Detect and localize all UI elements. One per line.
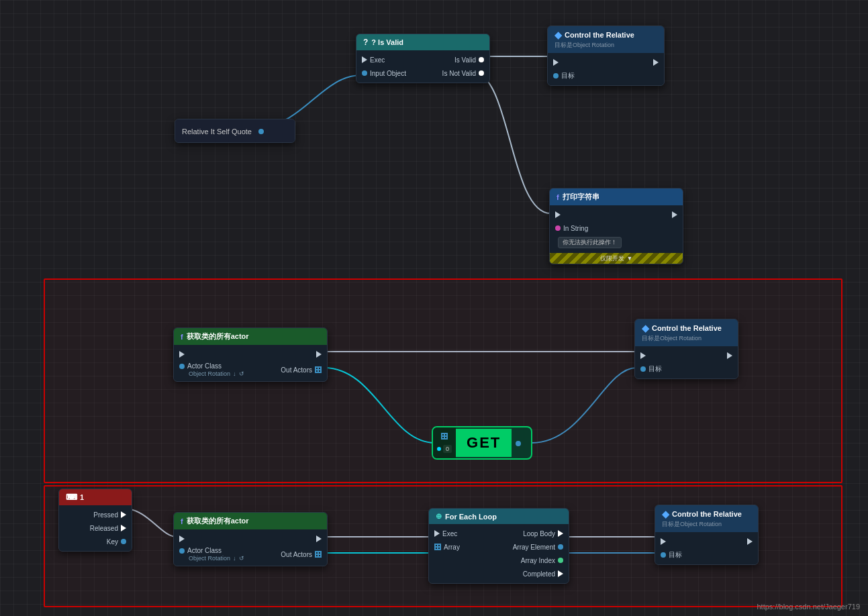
print-string-node: f 打印字符串 In String 你无法执行此操作！ 仅限开发 ▼	[549, 188, 683, 264]
cr3-target-pin[interactable]: 目标	[661, 550, 682, 560]
key-dot	[121, 539, 126, 544]
input-label: Input Object	[370, 70, 406, 77]
cr1-target-row: 目标	[548, 69, 664, 83]
fe-loop-body-pin[interactable]: Loop Body	[523, 530, 563, 537]
released-pin[interactable]: Released	[90, 525, 126, 532]
is-valid-header: ? ? Is Valid	[356, 34, 489, 50]
fe-loop-body-arrow	[558, 530, 563, 537]
gaa1-class-value: Object Rotation	[189, 370, 230, 377]
exec-label: Exec	[370, 56, 385, 64]
fe-exec-in-label: Exec	[442, 530, 457, 537]
fe-array-pin[interactable]: Array	[434, 544, 460, 551]
fe-exec-in-pin[interactable]: Exec	[434, 530, 457, 537]
cr3-target-label: 目标	[669, 550, 682, 560]
gaa2-class-pin[interactable]: Actor Class	[179, 547, 244, 554]
cr2-target-pin[interactable]: 目标	[640, 364, 662, 374]
fe-exec-in-arrow	[434, 530, 440, 537]
get-array-in-pin[interactable]	[441, 433, 448, 440]
cr2-target-row: 目标	[635, 362, 738, 376]
fe-array-row: Array Array Element	[429, 540, 569, 554]
is-valid-out-dot	[479, 57, 484, 62]
gaa2-title: 获取类的所有actor	[187, 516, 249, 526]
get-node: 0 GET	[432, 426, 532, 460]
cr1-exec-out-arrow	[653, 59, 659, 66]
input-title: 1	[80, 493, 84, 501]
fe-completed-pin[interactable]: Completed	[523, 570, 563, 578]
ps-warning-chevron: ▼	[627, 255, 633, 262]
gaa2-class-dot	[179, 548, 185, 554]
ps-instring-pin[interactable]: In String	[555, 225, 588, 232]
fe-array-element-pin[interactable]: Array Element	[513, 544, 563, 551]
input-object-pin[interactable]: Input Object	[362, 70, 406, 77]
gaa1-outactors-grid	[315, 366, 322, 373]
gaa1-class-pin[interactable]: Actor Class	[179, 362, 244, 370]
key-pin[interactable]: Key	[107, 538, 126, 546]
is-not-valid-label: Is Not Valid	[442, 70, 476, 77]
gaa1-outactors-pin[interactable]: Out Actors	[281, 366, 322, 374]
control-relative-1-header: ◆ Control the Relative 目标是Object Rotatio…	[548, 26, 664, 53]
cr3-exec-row	[655, 535, 758, 548]
cr3-exec-out	[747, 538, 753, 545]
for-each-loop-node: ⊕ For Each Loop Exec Loop Body Array Arr…	[428, 508, 569, 584]
gaa1-exec-row	[174, 348, 327, 361]
is-valid-body: Exec Is Valid Input Object Is Not Valid	[356, 50, 489, 83]
gaa2-outactors-grid	[315, 551, 322, 558]
gaa2-refresh-icon[interactable]: ↺	[239, 555, 244, 562]
gaa2-class-row: Actor Class Object Rotation ↓ ↺ Out Acto…	[174, 546, 327, 563]
cr2-exec-row	[635, 349, 738, 362]
relative-self-body: Relative It Self Quote	[175, 119, 295, 142]
gaa2-exec-out	[316, 535, 322, 542]
gaa1-outactors-label: Out Actors	[281, 366, 312, 374]
gaa1-refresh-icon[interactable]: ↺	[239, 370, 244, 377]
gaa2-outactors-pin[interactable]: Out Actors	[281, 551, 322, 558]
for-each-header: ⊕ For Each Loop	[429, 509, 569, 524]
released-label: Released	[90, 525, 118, 532]
get-right-pin	[512, 431, 525, 454]
watermark: https://blog.csdn.net/Jaeger719	[757, 603, 861, 611]
fe-loop-body-label: Loop Body	[523, 530, 555, 537]
control-relative-1-title: Control the Relative	[565, 31, 634, 39]
cr1-exec-row	[548, 56, 664, 69]
cr2-exec-in	[640, 352, 646, 359]
gaa2-body: Actor Class Object Rotation ↓ ↺ Out Acto…	[174, 529, 327, 566]
is-valid-out-pin[interactable]: Is Valid	[454, 56, 484, 64]
func-icon-gaa2: f	[181, 517, 183, 525]
relative-self-dot	[258, 129, 264, 134]
ps-warning-strip: 仅限开发 ▼	[550, 253, 683, 264]
gaa2-outactors-label: Out Actors	[281, 551, 312, 558]
pressed-label: Pressed	[93, 511, 118, 519]
is-valid-node: ? ? Is Valid Exec Is Valid Input Object …	[356, 34, 490, 83]
is-not-valid-pin[interactable]: Is Not Valid	[442, 70, 484, 77]
cr1-target-dot	[553, 73, 559, 79]
input-dot	[362, 70, 367, 76]
pressed-pin[interactable]: Pressed	[93, 511, 126, 519]
control-relative-2-node: ◆ Control the Relative 目标是Object Rotatio…	[634, 319, 738, 379]
exec-in-pin[interactable]: Exec	[362, 56, 385, 64]
func-icon-gaa1: f	[181, 333, 183, 341]
relative-self-pin[interactable]: Relative It Self Quote	[182, 127, 264, 136]
func-icon-print: f	[557, 193, 559, 201]
gaa1-header: f 获取类的所有actor	[174, 328, 327, 345]
fe-completed-label: Completed	[523, 570, 555, 578]
gaa1-class-label: Actor Class	[187, 362, 222, 370]
ps-instring-dot	[555, 225, 561, 231]
control-relative-1-node: ◆ Control the Relative 目标是Object Rotatio…	[547, 25, 665, 86]
input-body: Pressed Released Key	[59, 505, 132, 551]
gaa2-arrow-icon: ↓	[233, 555, 236, 562]
cr2-exec-out	[727, 352, 732, 359]
cr2-target-label: 目标	[648, 364, 662, 374]
get-index-value[interactable]: 0	[443, 445, 452, 453]
cr3-title: Control the Relative	[672, 510, 742, 518]
ps-value-field[interactable]: 你无法执行此操作！	[558, 237, 622, 248]
for-each-title: For Each Loop	[445, 513, 497, 521]
gaa2-exec-row	[174, 532, 327, 546]
released-row: Released	[59, 521, 132, 535]
get-out-dot	[516, 441, 521, 446]
ps-exec-out-arrow	[672, 211, 677, 218]
cr2-subtitle: 目标是Object Rotation	[642, 334, 702, 343]
gaa1-class-row: Actor Class Object Rotation ↓ ↺ Out Acto…	[174, 361, 327, 378]
fe-index-pin[interactable]: Array Index	[521, 557, 563, 564]
cr1-target-pin[interactable]: 目标	[553, 71, 575, 81]
question-icon: ?	[363, 38, 368, 47]
gaa2-exec-in	[179, 535, 185, 542]
